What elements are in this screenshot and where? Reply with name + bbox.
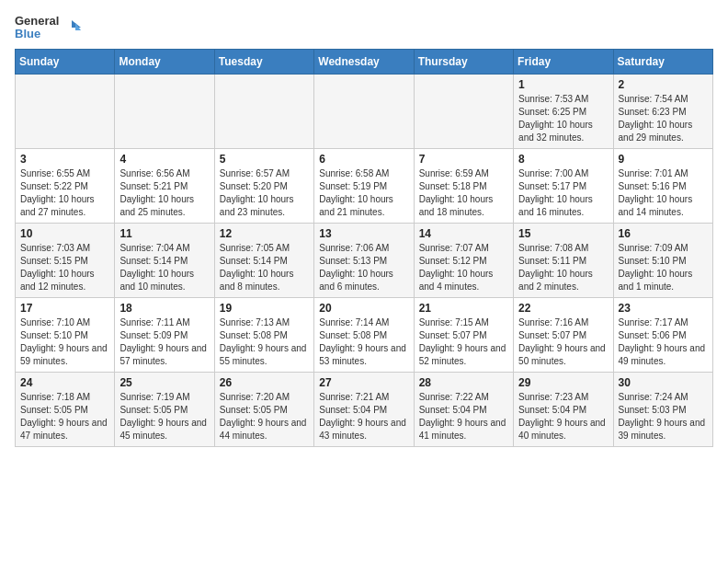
day-number: 13 — [319, 227, 408, 240]
day-number: 26 — [220, 376, 309, 389]
day-info: Sunrise: 7:10 AM Sunset: 5:10 PM Dayligh… — [20, 316, 109, 368]
day-number: 25 — [119, 376, 209, 389]
calendar-cell: 8Sunrise: 7:00 AM Sunset: 5:17 PM Daylig… — [514, 148, 613, 223]
day-number: 30 — [619, 376, 708, 389]
day-info: Sunrise: 7:11 AM Sunset: 5:09 PM Dayligh… — [119, 316, 209, 368]
day-number: 20 — [319, 302, 408, 315]
day-number: 10 — [20, 227, 109, 240]
day-info: Sunrise: 7:24 AM Sunset: 5:03 PM Dayligh… — [619, 391, 708, 442]
day-number: 18 — [119, 302, 209, 315]
day-number: 19 — [220, 302, 309, 315]
calendar-week-row: 1Sunrise: 7:53 AM Sunset: 6:25 PM Daylig… — [16, 74, 713, 148]
day-number: 22 — [518, 302, 608, 315]
calendar-cell: 1Sunrise: 7:53 AM Sunset: 6:25 PM Daylig… — [514, 74, 613, 148]
calendar-cell — [214, 74, 313, 148]
day-info: Sunrise: 7:00 AM Sunset: 5:17 PM Dayligh… — [518, 167, 608, 219]
logo-container: General Blue — [15, 15, 59, 41]
day-info: Sunrise: 7:22 AM Sunset: 5:04 PM Dayligh… — [419, 391, 508, 442]
day-number: 21 — [419, 302, 508, 315]
header: General Blue — [15, 15, 713, 41]
logo-bird-icon — [63, 18, 81, 37]
calendar-cell: 17Sunrise: 7:10 AM Sunset: 5:10 PM Dayli… — [16, 297, 115, 372]
calendar-cell: 29Sunrise: 7:23 AM Sunset: 5:04 PM Dayli… — [514, 372, 613, 446]
day-info: Sunrise: 7:08 AM Sunset: 5:11 PM Dayligh… — [518, 242, 608, 293]
calendar-table: SundayMondayTuesdayWednesdayThursdayFrid… — [15, 49, 713, 447]
calendar-cell — [115, 74, 214, 148]
day-number: 9 — [619, 153, 708, 166]
day-info: Sunrise: 6:57 AM Sunset: 5:20 PM Dayligh… — [220, 167, 309, 219]
day-info: Sunrise: 6:55 AM Sunset: 5:22 PM Dayligh… — [20, 167, 109, 219]
day-number: 3 — [20, 153, 109, 166]
calendar-cell: 21Sunrise: 7:15 AM Sunset: 5:07 PM Dayli… — [414, 297, 513, 372]
weekday-header-tuesday: Tuesday — [214, 49, 313, 74]
calendar-cell: 30Sunrise: 7:24 AM Sunset: 5:03 PM Dayli… — [613, 372, 712, 446]
calendar-cell: 11Sunrise: 7:04 AM Sunset: 5:14 PM Dayli… — [115, 223, 214, 297]
day-number: 2 — [619, 78, 708, 91]
calendar-cell: 2Sunrise: 7:54 AM Sunset: 6:23 PM Daylig… — [613, 74, 712, 148]
day-number: 6 — [319, 153, 408, 166]
day-number: 29 — [518, 376, 608, 389]
calendar-cell: 22Sunrise: 7:16 AM Sunset: 5:07 PM Dayli… — [514, 297, 613, 372]
calendar-cell: 4Sunrise: 6:56 AM Sunset: 5:21 PM Daylig… — [115, 148, 214, 223]
day-number: 1 — [518, 78, 608, 91]
day-info: Sunrise: 6:59 AM Sunset: 5:18 PM Dayligh… — [419, 167, 508, 219]
day-number: 5 — [220, 153, 309, 166]
calendar-week-row: 17Sunrise: 7:10 AM Sunset: 5:10 PM Dayli… — [16, 297, 713, 372]
day-number: 23 — [619, 302, 708, 315]
day-info: Sunrise: 7:15 AM Sunset: 5:07 PM Dayligh… — [419, 316, 508, 368]
calendar-cell: 26Sunrise: 7:20 AM Sunset: 5:05 PM Dayli… — [214, 372, 313, 446]
day-info: Sunrise: 7:06 AM Sunset: 5:13 PM Dayligh… — [319, 242, 408, 293]
calendar-cell: 27Sunrise: 7:21 AM Sunset: 5:04 PM Dayli… — [314, 372, 414, 446]
day-info: Sunrise: 6:56 AM Sunset: 5:21 PM Dayligh… — [119, 167, 209, 219]
calendar-cell: 20Sunrise: 7:14 AM Sunset: 5:08 PM Dayli… — [314, 297, 414, 372]
calendar-week-row: 24Sunrise: 7:18 AM Sunset: 5:05 PM Dayli… — [16, 372, 713, 446]
day-number: 27 — [319, 376, 408, 389]
weekday-header-monday: Monday — [115, 49, 214, 74]
day-number: 11 — [119, 227, 209, 240]
logo: General Blue — [15, 15, 81, 41]
calendar-cell: 14Sunrise: 7:07 AM Sunset: 5:12 PM Dayli… — [414, 223, 513, 297]
day-number: 8 — [518, 153, 608, 166]
day-info: Sunrise: 7:13 AM Sunset: 5:08 PM Dayligh… — [220, 316, 309, 368]
calendar-cell: 13Sunrise: 7:06 AM Sunset: 5:13 PM Dayli… — [314, 223, 414, 297]
day-info: Sunrise: 7:18 AM Sunset: 5:05 PM Dayligh… — [20, 391, 109, 442]
weekday-header-friday: Friday — [514, 49, 613, 74]
day-number: 12 — [220, 227, 309, 240]
calendar-cell: 5Sunrise: 6:57 AM Sunset: 5:20 PM Daylig… — [214, 148, 313, 223]
day-info: Sunrise: 7:16 AM Sunset: 5:07 PM Dayligh… — [518, 316, 608, 368]
logo-blue: Blue — [15, 28, 59, 40]
day-info: Sunrise: 7:03 AM Sunset: 5:15 PM Dayligh… — [20, 242, 109, 293]
day-info: Sunrise: 7:04 AM Sunset: 5:14 PM Dayligh… — [119, 242, 209, 293]
calendar-cell — [314, 74, 414, 148]
calendar-cell: 10Sunrise: 7:03 AM Sunset: 5:15 PM Dayli… — [16, 223, 115, 297]
weekday-header-row: SundayMondayTuesdayWednesdayThursdayFrid… — [16, 49, 713, 74]
logo-general: General — [15, 15, 59, 28]
calendar-cell — [16, 74, 115, 148]
calendar-cell: 6Sunrise: 6:58 AM Sunset: 5:19 PM Daylig… — [314, 148, 414, 223]
calendar-cell: 24Sunrise: 7:18 AM Sunset: 5:05 PM Dayli… — [16, 372, 115, 446]
day-info: Sunrise: 6:58 AM Sunset: 5:19 PM Dayligh… — [319, 167, 408, 219]
calendar-cell — [414, 74, 513, 148]
day-info: Sunrise: 7:05 AM Sunset: 5:14 PM Dayligh… — [220, 242, 309, 293]
weekday-header-sunday: Sunday — [16, 49, 115, 74]
day-info: Sunrise: 7:17 AM Sunset: 5:06 PM Dayligh… — [619, 316, 708, 368]
calendar-cell: 15Sunrise: 7:08 AM Sunset: 5:11 PM Dayli… — [514, 223, 613, 297]
day-info: Sunrise: 7:20 AM Sunset: 5:05 PM Dayligh… — [220, 391, 309, 442]
day-number: 16 — [619, 227, 708, 240]
calendar-cell: 3Sunrise: 6:55 AM Sunset: 5:22 PM Daylig… — [16, 148, 115, 223]
day-number: 24 — [20, 376, 109, 389]
calendar-cell: 16Sunrise: 7:09 AM Sunset: 5:10 PM Dayli… — [613, 223, 712, 297]
day-number: 7 — [419, 153, 508, 166]
day-info: Sunrise: 7:21 AM Sunset: 5:04 PM Dayligh… — [319, 391, 408, 442]
day-number: 14 — [419, 227, 508, 240]
day-number: 15 — [518, 227, 608, 240]
day-info: Sunrise: 7:07 AM Sunset: 5:12 PM Dayligh… — [419, 242, 508, 293]
day-info: Sunrise: 7:53 AM Sunset: 6:25 PM Dayligh… — [518, 93, 608, 144]
calendar-cell: 25Sunrise: 7:19 AM Sunset: 5:05 PM Dayli… — [115, 372, 214, 446]
calendar-cell: 7Sunrise: 6:59 AM Sunset: 5:18 PM Daylig… — [414, 148, 513, 223]
day-info: Sunrise: 7:09 AM Sunset: 5:10 PM Dayligh… — [619, 242, 708, 293]
calendar-cell: 18Sunrise: 7:11 AM Sunset: 5:09 PM Dayli… — [115, 297, 214, 372]
day-number: 4 — [119, 153, 209, 166]
calendar-cell: 9Sunrise: 7:01 AM Sunset: 5:16 PM Daylig… — [613, 148, 712, 223]
day-info: Sunrise: 7:19 AM Sunset: 5:05 PM Dayligh… — [119, 391, 209, 442]
